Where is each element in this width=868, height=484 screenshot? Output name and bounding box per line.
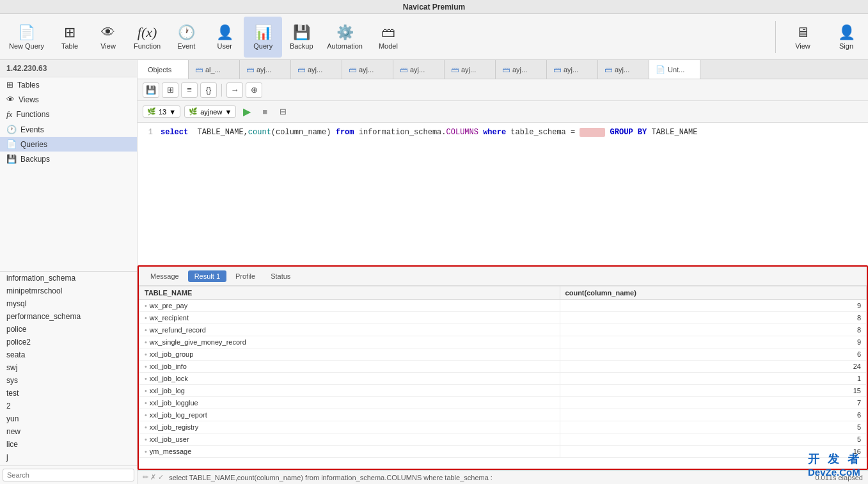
toolbar-table[interactable]: ⊞ Table — [51, 17, 89, 58]
sidebar-item-backups[interactable]: 💾 Backups — [0, 152, 137, 166]
backup-icon: 💾 — [293, 24, 310, 41]
query-toolbar: 💾 ⊞ ≡ {} → ⊕ — [138, 79, 868, 101]
sidebar-item-events[interactable]: 🕐 Events — [0, 122, 137, 137]
toolbar-user[interactable]: 👤 User — [205, 17, 244, 58]
db-item-new[interactable]: new — [0, 425, 137, 438]
cell-table-name: •wx_single_give_money_record — [139, 336, 560, 348]
tab-ayj6[interactable]: 🗃 ayj... — [496, 60, 547, 79]
toolbar-automation[interactable]: ⚙️ Automation — [320, 17, 369, 58]
tab-ayj2[interactable]: 🗃 ayj... — [291, 60, 342, 79]
toolbar-backup[interactable]: 💾 Backup — [282, 17, 320, 58]
tab-message[interactable]: Message — [144, 270, 185, 282]
sidebar-item-tables[interactable]: ⊞ Tables — [0, 77, 137, 92]
explain-button[interactable]: ⊟ — [276, 105, 290, 119]
db-item-police[interactable]: police — [0, 323, 137, 336]
search-input[interactable] — [3, 469, 134, 481]
sql-editor[interactable]: 1 select TABLE_NAME,count(column_name) f… — [138, 123, 868, 265]
cell-table-name: •xxl_job_registry — [139, 421, 560, 433]
views-label: Views — [19, 95, 39, 104]
tab-al-icon: 🗃 — [195, 65, 203, 74]
col-table-name: TABLE_NAME — [139, 286, 560, 300]
insert-btn[interactable]: → — [226, 82, 243, 98]
db-item-performance-schema[interactable]: performance_schema — [0, 310, 137, 323]
tab-ayj5[interactable]: 🗃 ayj... — [445, 60, 496, 79]
backup-label: Backup — [290, 42, 313, 50]
tab-unt-icon: 📄 — [656, 65, 665, 74]
sidebar-nav: ⊞ Tables 👁 Views fx Functions 🕐 Events 📄… — [0, 77, 137, 271]
tab-ayj4-label: ayj... — [410, 66, 425, 74]
sidebar-item-functions[interactable]: fx Functions — [0, 107, 137, 122]
cell-table-name: •xxl_job_log — [139, 385, 560, 397]
toolbar-view[interactable]: 👁 View — [89, 17, 127, 58]
tab-ayj7[interactable]: 🗃 ayj... — [547, 60, 598, 79]
tab-al[interactable]: 🗃 al_... — [189, 60, 240, 79]
db-item-sys[interactable]: sys — [0, 374, 137, 387]
main-toolbar: 📄 New Query ⊞ Table 👁 View f(x) Function… — [0, 14, 868, 60]
tab-result1[interactable]: Result 1 — [188, 270, 226, 282]
tab-unt-label: Unt... — [668, 66, 684, 74]
db-name-selector[interactable]: 🌿 ayjnew ▼ — [184, 105, 236, 118]
content-area: Objects 🗃 al_... 🗃 ayj... 🗃 ayj... 🗃 ayj… — [138, 60, 868, 484]
views-icon: 👁 — [6, 95, 15, 104]
table-row: •xxl_job_log 15 — [139, 385, 867, 397]
new-query-label: New Query — [9, 42, 44, 50]
db-item-2[interactable]: 2 — [0, 400, 137, 412]
db-item-test[interactable]: test — [0, 387, 137, 400]
cell-table-name: •xxl_job_log_report — [139, 409, 560, 421]
app-title: Navicat Premium — [403, 3, 465, 12]
toolbar-event[interactable]: 🕐 Event — [167, 17, 205, 58]
sidebar-item-queries[interactable]: 📄 Queries — [0, 137, 137, 152]
tab-ayj3[interactable]: 🗃 ayj... — [342, 60, 393, 79]
toolbar-sign[interactable]: 👤 Sign — [827, 17, 865, 58]
col-count: count(column_name) — [560, 286, 866, 300]
tab-ayj1-icon: 🗃 — [246, 65, 254, 74]
db-item-swj[interactable]: swj — [0, 361, 137, 374]
tab-ayj7-icon: 🗃 — [553, 65, 561, 74]
queries-icon: 📄 — [6, 139, 17, 149]
tab-ayj4[interactable]: 🗃 ayj... — [393, 60, 445, 79]
toolbar-function[interactable]: f(x) Function — [127, 17, 167, 58]
tab-ayj6-icon: 🗃 — [502, 65, 510, 74]
qtool-sep1 — [221, 84, 222, 97]
run-button[interactable]: ▶ — [240, 105, 254, 119]
tab-status[interactable]: Status — [264, 270, 297, 282]
db-item-information-schema[interactable]: information_schema — [0, 272, 137, 285]
format-btn[interactable]: ≡ — [181, 82, 198, 98]
tab-objects[interactable]: Objects — [138, 60, 189, 79]
copy-btn[interactable]: ⊞ — [162, 82, 178, 98]
db-item-minipetmrschool[interactable]: minipetmrschool — [0, 285, 137, 297]
db-number-selector[interactable]: 🌿 13 ▼ — [143, 105, 180, 118]
toolbar-new-query[interactable]: 📄 New Query — [3, 17, 51, 58]
db-item-police2[interactable]: police2 — [0, 336, 137, 348]
automation-icon: ⚙️ — [336, 24, 354, 41]
db-item-seata[interactable]: seata — [0, 348, 137, 361]
db-item-lice[interactable]: lice — [0, 438, 137, 451]
tab-profile[interactable]: Profile — [229, 270, 262, 282]
db-item-mysql[interactable]: mysql — [0, 297, 137, 310]
function-icon: f(x) — [138, 24, 157, 41]
toolbar-view-right[interactable]: 🖥 View — [784, 17, 822, 58]
cell-count: 16 — [560, 446, 866, 458]
toolbar-model[interactable]: 🗃 Model — [369, 17, 407, 58]
tab-ayj3-icon: 🗃 — [349, 65, 356, 74]
grid-btn[interactable]: ⊕ — [246, 82, 262, 98]
tab-unt[interactable]: 📄 Unt... — [649, 60, 700, 79]
db-item-yun[interactable]: yun — [0, 412, 137, 425]
event-icon: 🕐 — [178, 24, 195, 41]
tab-ayj1[interactable]: 🗃 ayj... — [240, 60, 291, 79]
save-btn[interactable]: 💾 — [143, 82, 159, 98]
tab-ayj5-label: ayj... — [461, 66, 476, 74]
tab-ayj8[interactable]: 🗃 ayj... — [598, 60, 649, 79]
line-number-1: 1 — [143, 128, 153, 137]
table-row: •wx_pre_pay 9 — [139, 300, 867, 312]
status-sql: select TABLE_NAME,count(column_name) fro… — [169, 474, 810, 481]
cell-table-name: •ym_message — [139, 446, 560, 458]
cell-table-name: •wx_recipient — [139, 312, 560, 324]
sidebar-item-views[interactable]: 👁 Views — [0, 92, 137, 107]
stop-button[interactable]: ■ — [258, 105, 272, 119]
tables-label: Tables — [17, 81, 40, 90]
tab-ayj2-icon: 🗃 — [297, 65, 305, 74]
wrap-btn[interactable]: {} — [200, 82, 217, 98]
toolbar-query[interactable]: 📊 Query — [244, 17, 282, 58]
db-item-j[interactable]: j — [0, 451, 137, 464]
